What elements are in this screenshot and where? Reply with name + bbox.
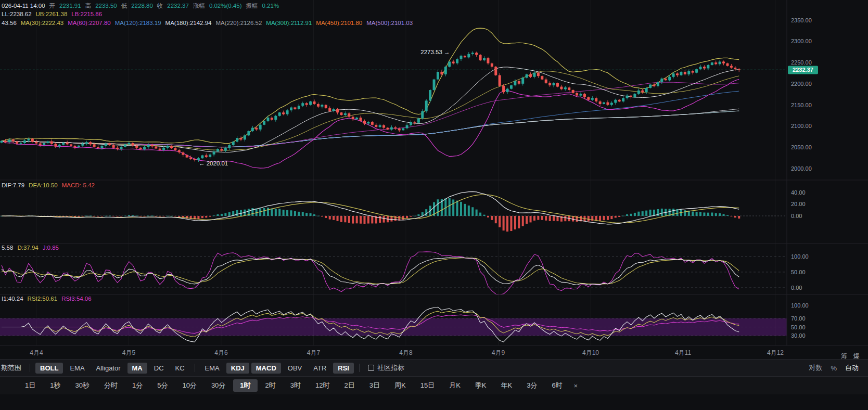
candle[interactable]	[614, 100, 617, 103]
candle[interactable]	[692, 71, 694, 72]
candle[interactable]	[533, 73, 535, 77]
candle[interactable]	[20, 143, 22, 144]
candle[interactable]	[668, 77, 671, 81]
candle[interactable]	[606, 102, 609, 105]
timeframe-button-1日[interactable]: 1日	[18, 379, 42, 392]
candle[interactable]	[325, 105, 327, 109]
candle[interactable]	[687, 71, 690, 74]
candle[interactable]	[456, 59, 458, 63]
candle[interactable]	[116, 148, 119, 149]
timeframe-button-12时[interactable]: 12时	[309, 379, 336, 392]
candle[interactable]	[317, 104, 320, 107]
candle[interactable]	[340, 112, 342, 115]
candle[interactable]	[483, 58, 486, 60]
candle[interactable]	[151, 145, 154, 146]
candle[interactable]	[734, 68, 736, 69]
candle[interactable]	[182, 152, 184, 155]
kdj-panel[interactable]	[0, 252, 787, 294]
candle[interactable]	[305, 103, 308, 105]
candle[interactable]	[321, 105, 323, 107]
candle[interactable]	[105, 144, 107, 146]
candle[interactable]	[309, 101, 312, 105]
candle[interactable]	[247, 131, 250, 135]
timeframe-button-6时[interactable]: 6时	[545, 379, 569, 392]
timeframe-button-季K[interactable]: 季K	[468, 379, 493, 392]
candle[interactable]	[633, 94, 636, 97]
timeframe-button-年K[interactable]: 年K	[494, 379, 519, 392]
candle[interactable]	[657, 82, 659, 86]
candle[interactable]	[459, 56, 462, 59]
candle[interactable]	[132, 143, 134, 146]
candle[interactable]	[259, 125, 262, 130]
candle[interactable]	[537, 73, 540, 76]
candle[interactable]	[660, 79, 663, 82]
candle[interactable]	[714, 62, 717, 64]
price-chart-canvas[interactable]: 2273.53 →← 2020.012350.002300.002250.002…	[0, 0, 868, 359]
timeframe-button-5分[interactable]: 5分	[150, 379, 174, 392]
candle[interactable]	[506, 89, 509, 93]
candle[interactable]	[556, 83, 559, 87]
candle[interactable]	[417, 119, 420, 123]
timeframe-button-周K[interactable]: 周K	[388, 379, 413, 392]
candle[interactable]	[47, 142, 49, 143]
candle[interactable]	[444, 67, 447, 74]
candle[interactable]	[89, 142, 92, 144]
candle[interactable]	[355, 118, 358, 119]
candle[interactable]	[167, 146, 169, 148]
candle[interactable]	[112, 145, 115, 148]
candle[interactable]	[433, 80, 436, 90]
timeframe-button-分时[interactable]: 分时	[97, 379, 124, 392]
timeframe-button-2日[interactable]: 2日	[338, 379, 362, 392]
candle[interactable]	[630, 96, 632, 97]
candle[interactable]	[730, 66, 733, 68]
candle[interactable]	[251, 128, 254, 132]
candle[interactable]	[266, 118, 269, 121]
candle[interactable]	[645, 88, 648, 92]
candle[interactable]	[626, 96, 629, 98]
candle[interactable]	[50, 142, 53, 144]
candle[interactable]	[27, 139, 30, 140]
candle[interactable]	[591, 98, 594, 100]
candle[interactable]	[162, 148, 165, 150]
indicator-button-ema[interactable]: EMA	[65, 363, 89, 374]
timeframe-button-15日[interactable]: 15日	[414, 379, 441, 392]
timeframe-button-1分[interactable]: 1分	[125, 379, 149, 392]
candle[interactable]	[54, 144, 57, 147]
candle[interactable]	[147, 145, 149, 147]
candle[interactable]	[545, 80, 547, 83]
candle[interactable]	[587, 97, 590, 100]
candle[interactable]	[471, 53, 474, 54]
candle[interactable]	[271, 118, 273, 120]
candle[interactable]	[421, 111, 424, 119]
candle[interactable]	[236, 138, 238, 142]
indicator-button-kc[interactable]: KC	[171, 363, 189, 374]
candle[interactable]	[43, 143, 45, 145]
candle[interactable]	[560, 87, 563, 89]
axis-scale-button-自动[interactable]: 自动	[845, 363, 859, 373]
main-price-panel[interactable]	[1, 28, 741, 168]
candle[interactable]	[263, 121, 265, 125]
axis-scale-button-对数[interactable]: 对数	[809, 363, 822, 373]
candle[interactable]	[618, 100, 621, 101]
candle[interactable]	[387, 128, 389, 130]
oscillator-button-obv[interactable]: OBV	[283, 363, 307, 374]
candle[interactable]	[220, 149, 223, 150]
candle[interactable]	[333, 109, 335, 111]
candle[interactable]	[402, 128, 404, 130]
candle[interactable]	[100, 146, 103, 148]
candle[interactable]	[328, 108, 331, 111]
candle[interactable]	[127, 143, 130, 144]
candle[interactable]	[580, 94, 582, 95]
candle[interactable]	[680, 72, 682, 75]
timeframe-button-3日[interactable]: 3日	[363, 379, 387, 392]
candle[interactable]	[170, 146, 173, 148]
candle[interactable]	[684, 72, 686, 74]
candle[interactable]	[722, 61, 725, 63]
candle[interactable]	[672, 73, 675, 77]
candle[interactable]	[66, 143, 69, 144]
candle[interactable]	[491, 63, 493, 67]
candle[interactable]	[603, 102, 605, 104]
candle[interactable]	[70, 144, 72, 146]
candle[interactable]	[201, 156, 203, 159]
indicator-button-ma[interactable]: MA	[127, 363, 147, 374]
